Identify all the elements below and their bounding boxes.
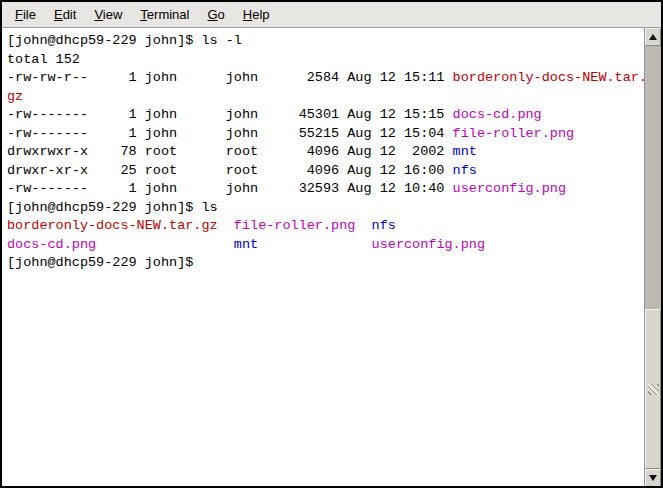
scroll-down-button[interactable] xyxy=(645,469,661,487)
terminal-line: borderonly-docs-NEW.tar.gz file-roller.p… xyxy=(7,217,644,236)
terminal-line: [john@dhcp59-229 john]$ ls xyxy=(7,199,644,218)
terminal-line: docs-cd.png mnt userconfig.png xyxy=(7,236,644,255)
up-arrow-icon xyxy=(649,34,657,40)
terminal-line: -rw------- 1 john john 55215 Aug 12 15:0… xyxy=(7,125,644,144)
menu-item-go[interactable]: Go xyxy=(198,3,233,26)
menu-item-view[interactable]: View xyxy=(85,3,131,26)
terminal-window: FileEditViewTerminalGoHelp [john@dhcp59-… xyxy=(0,0,663,488)
terminal-line: drwxrwxr-x 78 root root 4096 Aug 12 2002… xyxy=(7,143,644,162)
terminal-line: gz xyxy=(7,88,644,107)
thumb-grip-icon xyxy=(648,384,659,395)
menu-item-terminal[interactable]: Terminal xyxy=(131,3,198,26)
terminal-line: [john@dhcp59-229 john]$ xyxy=(7,254,644,273)
terminal-line: total 152 xyxy=(7,51,644,70)
menu-item-help[interactable]: Help xyxy=(234,3,279,26)
terminal-line: -rw------- 1 john john 45301 Aug 12 15:1… xyxy=(7,106,644,125)
terminal-line: [john@dhcp59-229 john]$ ls -l xyxy=(7,32,644,51)
terminal-line: drwxr-xr-x 25 root root 4096 Aug 12 16:0… xyxy=(7,162,644,181)
down-arrow-icon xyxy=(649,475,657,481)
menu-item-file[interactable]: File xyxy=(6,3,45,26)
menubar: FileEditViewTerminalGoHelp xyxy=(2,2,661,28)
terminal-screen[interactable]: [john@dhcp59-229 john]$ ls -ltotal 152-r… xyxy=(2,28,644,487)
terminal-line: -rw-rw-r-- 1 john john 2584 Aug 12 15:11… xyxy=(7,69,644,88)
terminal-line: -rw------- 1 john john 32593 Aug 12 10:4… xyxy=(7,180,644,199)
window-content: [john@dhcp59-229 john]$ ls -ltotal 152-r… xyxy=(2,28,661,487)
scrollbar-track[interactable] xyxy=(645,46,661,469)
scrollbar[interactable] xyxy=(644,28,661,487)
menu-item-edit[interactable]: Edit xyxy=(45,3,85,26)
scrollbar-thumb[interactable] xyxy=(645,309,661,469)
scroll-up-button[interactable] xyxy=(645,28,661,46)
